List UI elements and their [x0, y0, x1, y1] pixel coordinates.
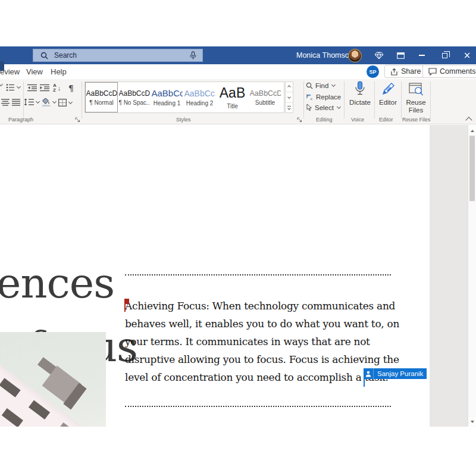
word-window: Monica Thomson × eview View Help SP Shar…	[0, 0, 476, 476]
user-avatar[interactable]	[348, 49, 362, 62]
style-title[interactable]: AaB Title	[216, 82, 249, 112]
minimize-icon	[419, 55, 425, 56]
editing-group-label: Editing	[316, 117, 333, 123]
shading-bucket-icon[interactable]	[42, 98, 56, 107]
coauthor-name-label: Sanjay Puranik	[374, 368, 427, 379]
coauthor-edit-flag-icon	[124, 299, 129, 312]
restore-button[interactable]	[439, 50, 450, 61]
gallery-scroll-up-icon[interactable]	[286, 82, 293, 92]
close-button[interactable]: ×	[461, 50, 473, 61]
minimize-button[interactable]	[416, 50, 428, 61]
comments-button[interactable]: Comments	[422, 65, 476, 78]
style-no-spacing[interactable]: AaBbCcDd ¶ No Spac...	[118, 82, 151, 112]
reuse-files-icon	[409, 83, 424, 96]
reuse-files-group-label: Reuse Files	[402, 117, 431, 123]
coauthor-caret	[364, 379, 365, 387]
styles-gallery-scroll	[285, 82, 293, 113]
comments-label: Comments	[440, 67, 475, 76]
scroll-down-button[interactable]	[468, 417, 476, 426]
replace-icon: b c	[306, 93, 314, 101]
coauthor-presence-tag[interactable]: Sanjay Puranik	[364, 368, 427, 379]
find-icon	[306, 82, 313, 89]
building-photo[interactable]	[0, 332, 106, 427]
dotted-divider-bottom	[125, 406, 391, 407]
styles-dialog-launcher-icon[interactable]	[297, 117, 302, 123]
paragraph-dialog-launcher-icon[interactable]	[75, 117, 80, 123]
dotted-divider-top	[125, 274, 391, 275]
decrease-indent-icon[interactable]	[27, 84, 37, 92]
coauthor-presence-badge[interactable]: SP	[367, 65, 379, 78]
search-box[interactable]	[33, 49, 203, 62]
borders-icon[interactable]	[58, 99, 72, 107]
paragraph-group-label: Paragraph	[8, 117, 33, 123]
editor-group-label: Editor	[379, 117, 393, 123]
document-canvas: ences r focus Achieving Focus: When tech…	[0, 125, 476, 427]
ribbon-display-options-icon[interactable]	[394, 50, 406, 61]
comment-icon	[428, 68, 437, 76]
paragraph-line: Achieving Focus: When technology communi…	[125, 300, 405, 318]
share-label: Share	[401, 67, 421, 76]
paragraph-line: level of concentration you need to accom…	[125, 371, 405, 389]
svg-text:c: c	[311, 97, 312, 101]
share-button[interactable]: Share	[384, 65, 427, 78]
replace-button[interactable]: b c Replace	[306, 93, 341, 101]
reuse-files-button[interactable]: Reuse Files	[403, 81, 428, 114]
collapse-ribbon-icon[interactable]	[465, 117, 472, 123]
restore-icon	[442, 53, 447, 58]
editor-button[interactable]: Editor	[377, 81, 399, 107]
sort-icon[interactable]: AZ ↓	[53, 83, 61, 93]
search-mic-icon[interactable]	[190, 51, 196, 60]
select-cursor-icon	[306, 104, 312, 111]
doc-heading-line-1: ences	[0, 259, 114, 308]
show-formatting-marks-icon[interactable]: ¶	[68, 83, 74, 93]
paragraph-line: your terms. It communicates in ways that…	[125, 336, 405, 353]
style-normal[interactable]: AaBbCcDd ¶ Normal	[85, 82, 118, 112]
paragraph-line: disruptive allowing you to focus. Focus …	[125, 353, 405, 371]
find-button[interactable]: Find	[306, 82, 335, 89]
scroll-down-icon	[471, 421, 474, 423]
search-input[interactable]	[54, 51, 183, 60]
line-spacing-icon[interactable]	[24, 98, 39, 106]
document-page[interactable]: ences r focus Achieving Focus: When tech…	[0, 125, 430, 427]
multilevel-list-icon[interactable]	[6, 83, 20, 92]
styles-group-label: Styles	[176, 117, 191, 123]
style-heading-2[interactable]: AaBbCcD Heading 2	[183, 82, 216, 112]
gallery-scroll-down-icon[interactable]	[286, 92, 293, 102]
scrollbar-thumb[interactable]	[469, 136, 475, 201]
select-button[interactable]: Select	[306, 104, 340, 111]
search-icon	[40, 52, 48, 60]
body-paragraph[interactable]: Achieving Focus: When technology communi…	[125, 300, 405, 389]
scroll-up-button[interactable]	[468, 126, 476, 135]
account-user-name[interactable]: Monica Thomson	[296, 51, 353, 60]
ribbon: AZ ↓ ¶	[0, 79, 476, 124]
coauthor-person-icon	[364, 368, 374, 379]
tab-help[interactable]: Help	[51, 67, 67, 76]
dictate-button[interactable]: Dictate	[348, 81, 372, 107]
cropped-dropdown-icon[interactable]	[0, 84, 2, 86]
align-center-icon[interactable]	[1, 99, 10, 106]
dictate-mic-icon	[354, 81, 366, 96]
justify-icon[interactable]	[12, 99, 20, 106]
styles-gallery: AaBbCcDd ¶ Normal AaBbCcDd ¶ No Spac... …	[84, 82, 284, 113]
tab-view[interactable]: View	[26, 67, 43, 76]
paragraph-line: behaves well, it enables you to do what …	[125, 318, 405, 336]
close-icon: ×	[464, 51, 471, 60]
voice-group-label: Voice	[351, 117, 364, 123]
style-subtitle[interactable]: AaBbCcD Subtitle	[249, 82, 281, 112]
style-heading-1[interactable]: AaBbCc Heading 1	[151, 82, 183, 112]
window-edge-fragment	[0, 61, 4, 71]
share-icon	[390, 68, 398, 76]
increase-indent-icon[interactable]	[40, 84, 49, 92]
premium-gem-icon[interactable]	[374, 50, 384, 61]
gallery-more-icon[interactable]	[286, 103, 293, 112]
editor-pencil-icon	[381, 82, 395, 96]
scroll-up-icon	[471, 130, 474, 132]
